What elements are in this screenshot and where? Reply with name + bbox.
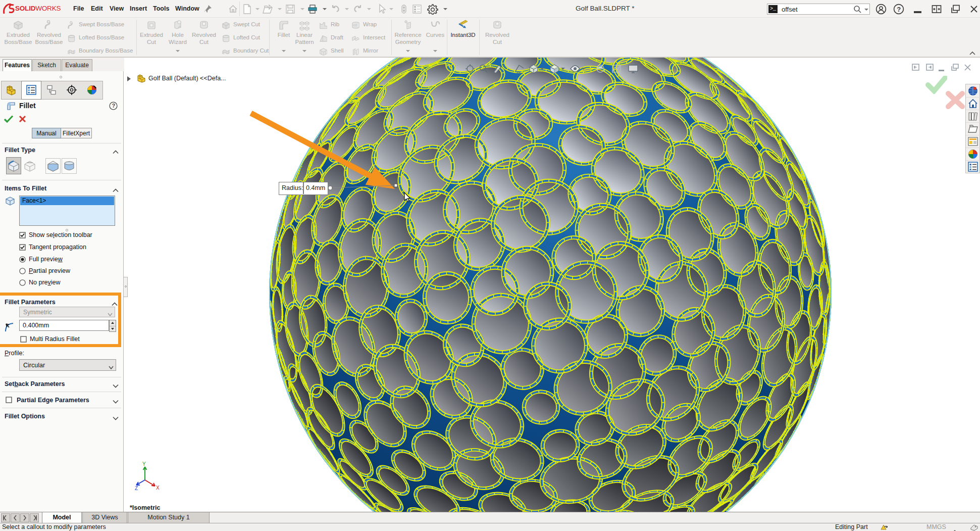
svg-text:X: X xyxy=(156,485,160,491)
svg-text:?: ? xyxy=(112,103,115,109)
svg-text:cd: cd xyxy=(353,23,357,27)
svg-text:Z: Z xyxy=(135,486,138,491)
svg-text:?: ? xyxy=(897,6,901,13)
svg-text:Y: Y xyxy=(142,462,146,467)
